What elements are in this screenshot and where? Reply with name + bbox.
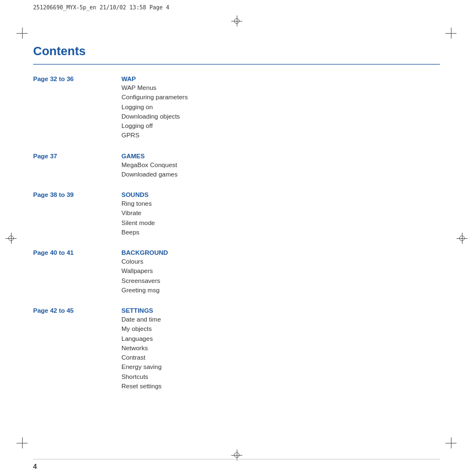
- section-title-4: SETTINGS: [121, 307, 440, 314]
- section-item-2-2: Silent mode: [121, 218, 440, 228]
- section-item-2-3: Beeps: [121, 228, 440, 237]
- section-item-4-1: My objects: [121, 324, 440, 334]
- page-number: 4: [33, 463, 37, 470]
- section-item-4-2: Languages: [121, 334, 440, 344]
- section-item-0-3: Downloading objects: [121, 112, 440, 121]
- section-item-4-6: Shortcuts: [121, 372, 440, 382]
- center-mark-right: [456, 233, 467, 244]
- section-title-1: GAMES: [121, 153, 440, 159]
- section-title-2: SOUNDS: [121, 191, 440, 198]
- section-item-0-2: Logging on: [121, 103, 440, 112]
- section-item-0-1: Configuring parameters: [121, 93, 440, 102]
- contents-table: Page 32 to 36WAPWAP MenusConfiguring par…: [33, 76, 440, 403]
- section-content-3: BACKGROUNDColoursWallpapersScreensaversG…: [121, 249, 440, 307]
- section-item-4-3: Networks: [121, 344, 440, 353]
- section-content-1: GAMESMegaBox ConquestDownloaded games: [121, 153, 440, 192]
- section-title-3: BACKGROUND: [121, 249, 440, 256]
- page-title: Contents: [33, 33, 440, 58]
- section-item-1-0: MegaBox Conquest: [121, 161, 440, 170]
- page-ref-1: Page 37: [33, 153, 121, 192]
- section-title-0: WAP: [121, 76, 440, 82]
- file-header: 251206690_MYX-5p_en 21/10/02 13:58 Page …: [33, 4, 169, 10]
- section-item-4-7: Reset settings: [121, 382, 440, 391]
- section-item-4-5: Energy saving: [121, 362, 440, 372]
- corner-mark-tl: [17, 28, 28, 39]
- page-ref-2: Page 38 to 39: [33, 191, 121, 249]
- section-content-2: SOUNDSRing tonesVibrateSilent modeBeeps: [121, 191, 440, 249]
- section-item-2-1: Vibrate: [121, 208, 440, 218]
- corner-mark-bl: [17, 437, 28, 448]
- section-item-3-0: Colours: [121, 257, 440, 266]
- table-row: Page 42 to 45SETTINGSDate and timeMy obj…: [33, 307, 440, 403]
- table-row: Page 38 to 39SOUNDSRing tonesVibrateSile…: [33, 191, 440, 249]
- section-item-1-1: Downloaded games: [121, 170, 440, 179]
- section-item-3-3: Greeting msg: [121, 286, 440, 295]
- section-item-3-1: Wallpapers: [121, 266, 440, 276]
- main-content: Contents Page 32 to 36WAPWAP MenusConfig…: [33, 33, 440, 443]
- page-ref-3: Page 40 to 41: [33, 249, 121, 307]
- page-container: 251206690_MYX-5p_en 21/10/02 13:58 Page …: [0, 0, 473, 476]
- section-item-0-5: GPRS: [121, 131, 440, 140]
- center-mark-left: [6, 233, 17, 244]
- section-item-4-0: Date and time: [121, 315, 440, 324]
- title-divider: [33, 64, 440, 65]
- page-ref-4: Page 42 to 45: [33, 307, 121, 403]
- page-ref-0: Page 32 to 36: [33, 76, 121, 153]
- table-row: Page 40 to 41BACKGROUNDColoursWallpapers…: [33, 249, 440, 307]
- section-item-2-0: Ring tones: [121, 199, 440, 208]
- section-item-4-4: Contrast: [121, 353, 440, 362]
- section-item-0-4: Logging off: [121, 121, 440, 131]
- section-item-0-0: WAP Menus: [121, 83, 440, 93]
- table-row: Page 37GAMESMegaBox ConquestDownloaded g…: [33, 153, 440, 192]
- section-content-4: SETTINGSDate and timeMy objectsLanguages…: [121, 307, 440, 403]
- center-mark-top: [231, 15, 242, 26]
- corner-mark-tr: [445, 28, 456, 39]
- corner-mark-br: [445, 437, 456, 448]
- bottom-divider: [33, 459, 440, 459]
- section-item-3-2: Screensavers: [121, 276, 440, 286]
- table-row: Page 32 to 36WAPWAP MenusConfiguring par…: [33, 76, 440, 153]
- section-content-0: WAPWAP MenusConfiguring parametersLoggin…: [121, 76, 440, 153]
